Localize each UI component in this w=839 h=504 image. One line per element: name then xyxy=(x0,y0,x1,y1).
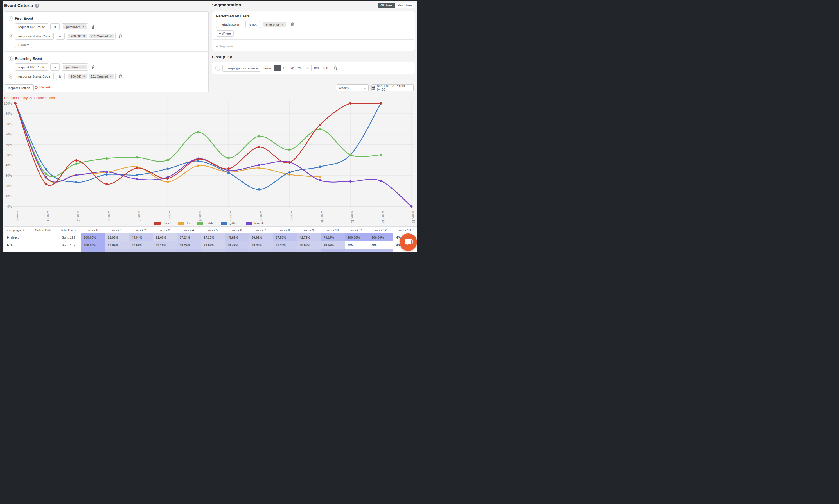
data-point-reddit[interactable] xyxy=(167,159,169,161)
term-option-100[interactable]: 100 xyxy=(311,65,321,71)
filter-op-box[interactable]: is xyxy=(56,33,65,40)
segment-op-box[interactable]: is not xyxy=(245,21,260,28)
remove-chip-icon[interactable]: × xyxy=(82,25,84,29)
data-point-linkedin[interactable] xyxy=(319,179,321,182)
retention-cell[interactable]: 27.20% xyxy=(201,233,225,241)
data-point-linkedin[interactable] xyxy=(75,174,77,176)
data-point-github[interactable] xyxy=(319,165,321,168)
data-point-direct[interactable] xyxy=(349,102,352,105)
retention-cell[interactable]: 28.57% xyxy=(321,241,345,249)
group-by-field-box[interactable]: campaign.utm_source xyxy=(222,65,261,72)
retention-cell[interactable]: 23.87% xyxy=(201,241,225,249)
retention-cell[interactable]: 22.03% xyxy=(105,233,129,241)
data-point-reddit[interactable] xyxy=(105,157,108,160)
data-point-reddit[interactable] xyxy=(349,154,352,156)
data-point-direct[interactable] xyxy=(227,167,230,170)
data-point-fb[interactable] xyxy=(258,167,260,169)
term-option-5[interactable]: 5 xyxy=(274,65,281,71)
retention-cell[interactable]: 38.29% xyxy=(177,241,201,249)
retention-cell[interactable]: 27.89% xyxy=(105,241,129,249)
filter-field-box[interactable]: request.URI Route xyxy=(15,23,48,30)
legend-item-reddit[interactable]: reddit xyxy=(197,221,214,225)
retention-cell[interactable]: 37.30% xyxy=(273,241,297,249)
segment-value-box[interactable]: enterprise × xyxy=(262,21,287,28)
filter-op-box[interactable]: is xyxy=(56,73,65,80)
data-point-reddit[interactable] xyxy=(227,157,230,159)
data-point-reddit[interactable] xyxy=(197,131,199,133)
data-point-linkedin[interactable] xyxy=(380,180,382,182)
retention-cell[interactable]: 30.69% xyxy=(129,241,153,249)
filter-op-box[interactable]: is xyxy=(50,23,59,30)
data-point-reddit[interactable] xyxy=(45,173,47,175)
retention-cell[interactable]: 36.62% xyxy=(249,233,273,241)
remove-chip-icon[interactable]: × xyxy=(83,75,85,78)
retention-cell[interactable]: 100.00% xyxy=(369,233,393,241)
data-point-github[interactable] xyxy=(75,181,77,183)
toggle-new-users[interactable]: New Users xyxy=(395,2,415,8)
data-point-direct[interactable] xyxy=(45,183,47,185)
inspect-profiles-button[interactable]: Inspect Profiles xyxy=(4,84,34,91)
data-point-direct[interactable] xyxy=(75,159,77,162)
refresh-button[interactable]: Refresh xyxy=(34,85,51,89)
data-point-direct[interactable] xyxy=(105,183,108,185)
data-point-reddit[interactable] xyxy=(258,135,260,138)
data-point-direct[interactable] xyxy=(288,161,291,164)
data-point-fb[interactable] xyxy=(167,181,169,183)
remove-chip-icon[interactable]: × xyxy=(83,35,85,38)
data-point-linkedin[interactable] xyxy=(105,171,108,173)
toggle-all-users[interactable]: All Users xyxy=(378,2,395,8)
retention-cell[interactable]: 79.17% xyxy=(321,233,345,241)
data-point-github[interactable] xyxy=(258,188,260,191)
data-point-reddit[interactable] xyxy=(319,128,321,130)
data-point-reddit[interactable] xyxy=(288,149,291,151)
data-point-github[interactable] xyxy=(105,173,108,176)
filter-value-box[interactable]: 200 OK×201 Created× xyxy=(67,73,116,80)
legend-item-fb[interactable]: fb xyxy=(178,221,190,225)
data-point-direct[interactable] xyxy=(380,102,382,105)
data-point-github[interactable] xyxy=(227,172,230,174)
filter-value-box[interactable]: /purchases× xyxy=(62,23,88,30)
remove-chip-icon[interactable]: × xyxy=(110,75,111,78)
remove-chip-icon[interactable]: × xyxy=(110,35,111,38)
retention-cell[interactable]: 33.16% xyxy=(153,241,177,249)
retention-cell[interactable]: 30.95% xyxy=(297,241,321,249)
delete-filter-button[interactable] xyxy=(119,34,122,38)
delete-filter-button[interactable] xyxy=(119,74,122,78)
term-option-50[interactable]: 50 xyxy=(304,65,312,71)
filter-op-box[interactable]: is xyxy=(50,64,59,71)
retention-cell[interactable]: 100.00% xyxy=(345,233,369,241)
retention-cell[interactable]: 33.33% xyxy=(249,241,273,249)
data-point-github[interactable] xyxy=(288,171,291,174)
data-point-fb[interactable] xyxy=(197,165,199,167)
retention-cell[interactable]: N/A xyxy=(369,241,393,249)
legend-item-linkedin[interactable]: linkedin xyxy=(246,221,265,225)
data-point-fb[interactable] xyxy=(319,176,321,178)
retention-cell[interactable]: 21.60% xyxy=(153,233,177,241)
delete-group-by-button[interactable] xyxy=(334,66,337,70)
data-point-linkedin[interactable] xyxy=(410,205,413,208)
segment-field-box[interactable]: metadata.plan xyxy=(216,21,244,28)
help-icon[interactable]: ? xyxy=(35,4,39,8)
filter-field-box[interactable]: response.Status Code xyxy=(15,33,54,40)
retention-cell[interactable]: 100.00% xyxy=(81,241,105,249)
delete-filter-button[interactable] xyxy=(91,25,95,29)
data-point-linkedin[interactable] xyxy=(258,164,260,167)
retention-cell[interactable]: N/A xyxy=(345,241,369,249)
data-point-github[interactable] xyxy=(136,174,139,176)
legend-item-direct[interactable]: direct xyxy=(154,221,171,225)
term-option-20[interactable]: 20 xyxy=(288,65,296,71)
filter-field-box[interactable]: response.Status Code xyxy=(15,73,54,80)
retention-cell[interactable]: 39.49% xyxy=(225,241,249,249)
data-point-linkedin[interactable] xyxy=(136,178,139,180)
remove-chip-icon[interactable]: × xyxy=(82,66,84,69)
data-point-fb[interactable] xyxy=(288,173,291,176)
data-point-direct[interactable] xyxy=(258,146,260,148)
add-segments-button[interactable]: + Segments xyxy=(216,42,411,51)
data-point-direct[interactable] xyxy=(14,102,17,105)
filter-value-box[interactable]: /purchases× xyxy=(62,64,88,71)
term-option-500[interactable]: 500 xyxy=(320,65,330,71)
data-point-linkedin[interactable] xyxy=(349,180,352,183)
chat-launcher-button[interactable] xyxy=(400,233,417,251)
filter-value-box[interactable]: 200 OK×201 Created× xyxy=(67,33,116,40)
data-point-reddit[interactable] xyxy=(75,162,77,165)
